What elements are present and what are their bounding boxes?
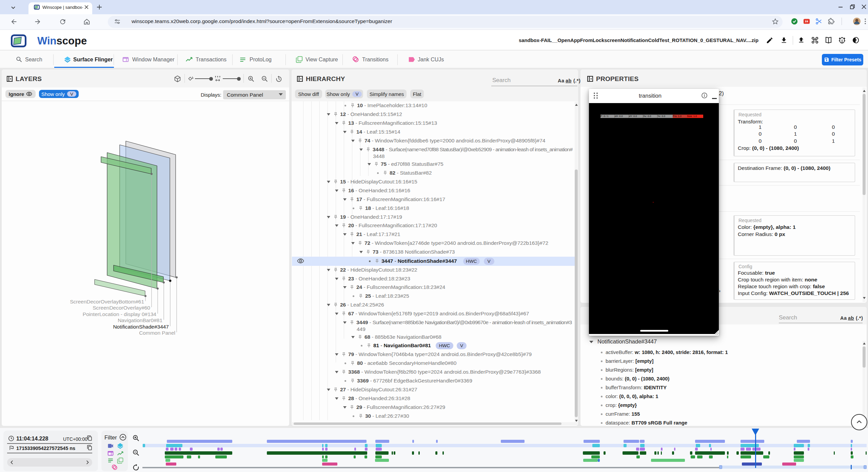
svg-text:PointerLocation - display 0#13: PointerLocation - display 0#134 [83, 311, 157, 317]
svg-text:Common Panel: Common Panel [139, 330, 175, 336]
svg-text:ScreenDecorOverlayBottom#61: ScreenDecorOverlayBottom#61 [70, 299, 144, 304]
svg-text:NotificationShade#3447: NotificationShade#3447 [113, 324, 169, 330]
svg-text:ScreenDecorOverlay#60: ScreenDecorOverlay#60 [93, 305, 150, 311]
svg-text:NavigationBar0#81: NavigationBar0#81 [118, 317, 162, 323]
